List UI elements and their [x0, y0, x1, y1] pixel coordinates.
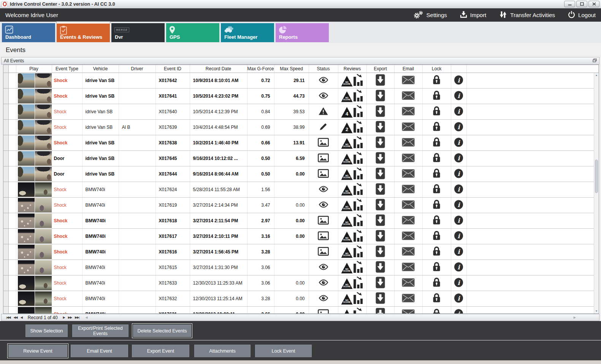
table-row[interactable]: ShockBMW740iX01763312/30/2013 11:25:33 A…	[3, 275, 599, 291]
event-video-thumbnail[interactable]	[18, 73, 52, 88]
row-select-cell[interactable]	[8, 306, 16, 314]
table-header-row[interactable]: PlayEvent TypeVehicleDriverEvent IDRecor…	[3, 65, 599, 73]
tab-dashboard[interactable]: Dashboard	[2, 23, 55, 42]
export-cell[interactable]	[366, 119, 394, 135]
event-video-thumbnail[interactable]	[18, 245, 52, 259]
info-cell[interactable]: i	[451, 228, 466, 244]
play-cell[interactable]	[16, 104, 52, 119]
export-cell[interactable]	[366, 166, 394, 182]
reviews-cell[interactable]: NO SCORE	[338, 275, 366, 291]
email-cell[interactable]	[394, 260, 422, 275]
column-header[interactable]: Export	[366, 65, 394, 73]
info-cell[interactable]: i	[451, 275, 466, 291]
row-select-cell[interactable]	[8, 244, 16, 260]
close-button[interactable]	[588, 1, 599, 7]
info-cell[interactable]: i	[451, 88, 466, 104]
info-cell[interactable]: i	[451, 135, 466, 150]
row-select-cell[interactable]	[8, 182, 16, 197]
play-cell[interactable]	[16, 306, 52, 314]
lock-cell[interactable]	[422, 135, 451, 150]
email-event-button[interactable]: Email Event	[71, 345, 128, 357]
row-select-cell[interactable]	[8, 166, 16, 182]
reviews-cell[interactable]: NO SCORE	[338, 228, 366, 244]
event-video-thumbnail[interactable]	[18, 307, 52, 314]
event-video-thumbnail[interactable]	[18, 151, 52, 166]
row-select-cell[interactable]	[8, 135, 16, 150]
export-cell[interactable]	[366, 228, 394, 244]
event-video-thumbnail[interactable]	[18, 198, 52, 212]
reviews-cell[interactable]: NO SCORE	[338, 150, 366, 166]
table-row[interactable]: ShockBMW740iX01763212/30/2013 11:25:14 A…	[3, 291, 599, 306]
column-header[interactable]: Email	[394, 65, 422, 73]
export-cell[interactable]	[366, 275, 394, 291]
play-cell[interactable]	[16, 73, 52, 88]
column-header[interactable]: Lock	[422, 65, 451, 73]
event-video-thumbnail[interactable]	[18, 120, 52, 135]
info-cell[interactable]: i	[451, 73, 466, 88]
export-cell[interactable]	[366, 73, 394, 88]
row-select-cell[interactable]	[8, 150, 16, 166]
reviews-cell[interactable]: NO SCORE	[338, 291, 366, 306]
attachments-button[interactable]: Attachments	[194, 345, 251, 357]
lock-cell[interactable]	[422, 197, 451, 213]
email-cell[interactable]	[394, 104, 422, 119]
delete-selected-button[interactable]: Delete Selected Events	[133, 324, 191, 337]
email-cell[interactable]	[394, 275, 422, 291]
table-row[interactable]: Dooridrive Van SBX0176459/16/2014 10:12:…	[3, 150, 599, 166]
column-header[interactable]: Status	[309, 65, 338, 73]
column-header[interactable]	[8, 65, 16, 73]
lock-cell[interactable]	[422, 228, 451, 244]
email-cell[interactable]	[394, 213, 422, 228]
lock-cell[interactable]	[422, 150, 451, 166]
nav-last-button[interactable]: ▶▶|	[75, 316, 79, 319]
table-row[interactable]: Shockidrive Van SBX01764110/5/2014 4:23:…	[3, 88, 599, 104]
tab-reports[interactable]: Reports	[276, 23, 329, 42]
export-cell[interactable]	[366, 135, 394, 150]
play-cell[interactable]	[16, 260, 52, 275]
export-cell[interactable]	[366, 213, 394, 228]
import-button[interactable]: Import	[460, 11, 487, 19]
reviews-cell[interactable]: NO SCORE	[338, 213, 366, 228]
reviews-cell[interactable]: NO SCORE	[338, 306, 366, 314]
review-event-button[interactable]: Review Event	[8, 345, 67, 357]
email-cell[interactable]	[394, 291, 422, 306]
column-header[interactable]	[466, 65, 599, 73]
table-row[interactable]: ShockBMW740iX0176163/27/2014 1:56:45 PM3…	[3, 244, 599, 260]
email-cell[interactable]	[394, 135, 422, 150]
lock-event-button[interactable]: Lock Event	[255, 345, 312, 357]
nav-prev-page-button[interactable]: ◀◀	[13, 316, 17, 319]
lock-cell[interactable]	[422, 166, 451, 182]
column-header[interactable]: Max G-Force	[247, 65, 274, 73]
export-print-selected-button[interactable]: Export/Print Selected Events	[72, 324, 128, 337]
row-select-cell[interactable]	[8, 104, 16, 119]
play-cell[interactable]	[16, 213, 52, 228]
play-cell[interactable]	[16, 291, 52, 306]
export-cell[interactable]	[366, 88, 394, 104]
info-cell[interactable]: i	[451, 104, 466, 119]
nav-prev-button[interactable]: ◀	[21, 316, 22, 319]
play-cell[interactable]	[16, 88, 52, 104]
export-cell[interactable]	[366, 260, 394, 275]
info-cell[interactable]: i	[451, 306, 466, 314]
column-header[interactable]: Play	[16, 65, 52, 73]
email-cell[interactable]	[394, 73, 422, 88]
nav-next-page-button[interactable]: ▶▶	[68, 316, 72, 319]
lock-cell[interactable]	[422, 275, 451, 291]
scroll-down-icon[interactable]: ▼	[594, 309, 599, 313]
reviews-cell[interactable]: NO SCORE	[338, 166, 366, 182]
info-cell[interactable]: i	[451, 166, 466, 182]
info-cell[interactable]: i	[451, 244, 466, 260]
export-cell[interactable]	[366, 244, 394, 260]
logout-button[interactable]: Logout	[568, 11, 596, 19]
event-video-thumbnail[interactable]	[18, 260, 52, 275]
lock-cell[interactable]	[422, 260, 451, 275]
reviews-cell[interactable]: 2	[338, 119, 366, 135]
play-cell[interactable]	[16, 182, 52, 197]
table-row[interactable]: ShockBMW740iX0176183/27/2014 2:11:54 PM2…	[3, 213, 599, 228]
reviews-cell[interactable]: NO SCORE	[338, 135, 366, 150]
info-cell[interactable]: i	[451, 119, 466, 135]
lock-cell[interactable]	[422, 119, 451, 135]
tab-gps[interactable]: GPS	[166, 23, 219, 42]
export-event-button[interactable]: Export Event	[132, 345, 189, 357]
event-video-thumbnail[interactable]	[18, 276, 52, 290]
